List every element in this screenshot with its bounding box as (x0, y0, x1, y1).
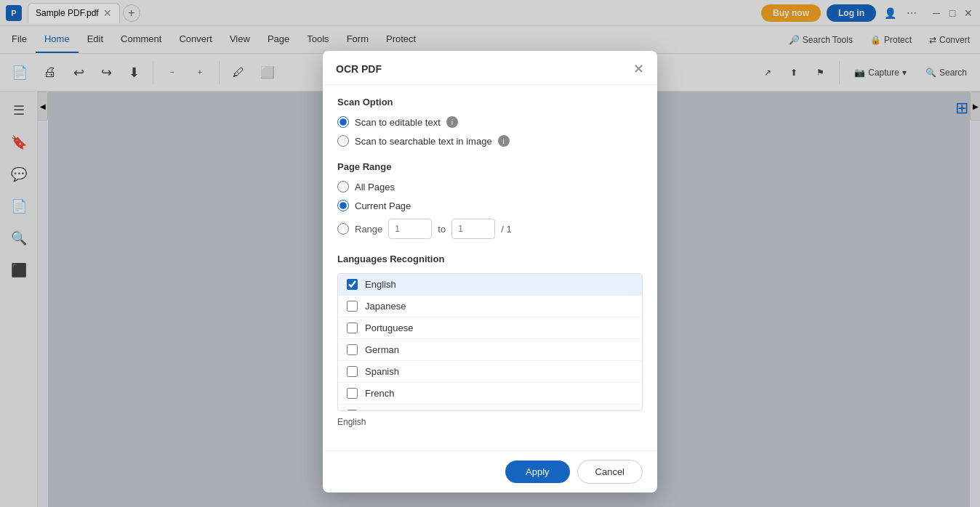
current-page-radio[interactable] (337, 200, 349, 211)
japanese-checkbox[interactable] (347, 301, 358, 312)
all-pages-row: All Pages (337, 181, 643, 192)
list-item: Portuguese (338, 317, 642, 339)
english-label: English (365, 279, 396, 290)
dialog-footer: Apply Cancel (323, 450, 657, 492)
range-row: Range to / 1 (337, 219, 643, 239)
scan-option-group: Scan to editable text i Scan to searchab… (337, 116, 643, 147)
dialog-overlay: OCR PDF ✕ Scan Option Scan to editable t… (0, 0, 980, 507)
current-page-label: Current Page (355, 200, 411, 211)
dialog-close-button[interactable]: ✕ (633, 61, 644, 77)
italian-label: Italian (365, 410, 390, 411)
portuguese-label: Portuguese (365, 323, 414, 333)
range-radio[interactable] (337, 223, 349, 235)
all-pages-radio[interactable] (337, 181, 349, 192)
cancel-button[interactable]: Cancel (577, 460, 643, 484)
list-item: French (338, 383, 642, 405)
scan-searchable-label: Scan to searchable text in image (355, 136, 492, 147)
german-checkbox[interactable] (347, 344, 358, 355)
english-checkbox[interactable] (347, 279, 358, 290)
scan-searchable-row: Scan to searchable text in image i (337, 135, 643, 147)
list-item: Japanese (338, 296, 642, 317)
japanese-label: Japanese (365, 301, 406, 312)
french-checkbox[interactable] (347, 388, 358, 399)
list-item: Spanish (338, 361, 642, 383)
page-range-group: All Pages Current Page Range to / 1 (337, 181, 643, 239)
scan-editable-row: Scan to editable text i (337, 116, 643, 128)
scan-searchable-info-icon[interactable]: i (498, 135, 510, 147)
range-to-text: to (438, 224, 446, 235)
list-item: Italian (338, 405, 642, 411)
range-text-label: Range (355, 224, 382, 235)
dialog-header: OCR PDF ✕ (323, 51, 657, 85)
scan-searchable-radio[interactable] (337, 135, 349, 147)
dialog-title: OCR PDF (336, 63, 382, 75)
page-range-label: Page Range (337, 161, 643, 172)
range-to-input[interactable] (451, 219, 495, 239)
languages-section: Languages Recognition English Japanese (337, 254, 643, 427)
range-from-input[interactable] (388, 219, 432, 239)
dialog-body: Scan Option Scan to editable text i Scan… (323, 85, 657, 450)
selected-languages-display: English (337, 417, 643, 427)
italian-checkbox[interactable] (347, 410, 358, 411)
current-page-row: Current Page (337, 200, 643, 211)
list-item: English (338, 274, 642, 296)
german-label: German (365, 344, 399, 355)
total-pages-label: / 1 (501, 224, 511, 235)
french-label: French (365, 388, 394, 399)
list-item: German (338, 339, 642, 361)
spanish-checkbox[interactable] (347, 366, 358, 377)
portuguese-checkbox[interactable] (347, 323, 358, 333)
scan-editable-radio[interactable] (337, 116, 349, 128)
apply-button[interactable]: Apply (505, 461, 570, 483)
languages-label: Languages Recognition (337, 254, 643, 264)
all-pages-label: All Pages (355, 182, 395, 192)
ocr-dialog: OCR PDF ✕ Scan Option Scan to editable t… (323, 51, 657, 492)
scan-editable-info-icon[interactable]: i (446, 116, 458, 128)
scan-editable-label: Scan to editable text (355, 117, 441, 128)
page-range-section: Page Range All Pages Current Page Range (337, 161, 643, 239)
scan-option-label: Scan Option (337, 97, 643, 108)
spanish-label: Spanish (365, 366, 399, 377)
languages-list: English Japanese Portuguese (337, 273, 643, 411)
